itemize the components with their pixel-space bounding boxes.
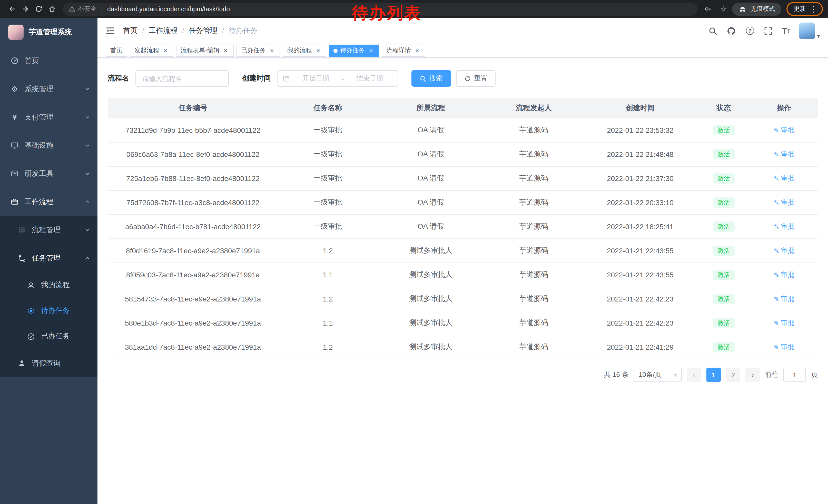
approve-link[interactable]: ✎ 审批 [774,126,794,135]
breadcrumb-item-task-mgmt[interactable]: 任务管理 [189,26,217,35]
approve-link[interactable]: ✎ 审批 [774,318,794,328]
cell-action: ✎ 审批 [750,142,818,166]
sidebar-item-process-mgmt[interactable]: 流程管理 [0,216,97,244]
status-badge: 激活 [713,222,734,232]
next-page-button[interactable]: › [745,368,760,382]
cell-task-id: 381aa1dd-7ac8-11ec-a9e2-a2380e71991a [108,335,278,359]
update-button[interactable]: 更新 ⋮ [786,2,823,16]
bookmark-star-icon[interactable]: ☆ [720,5,727,13]
chevron-down-icon [85,86,90,92]
close-icon[interactable]: × [367,47,374,54]
approve-link[interactable]: ✎ 审批 [774,246,794,255]
filter-bar: 流程名 创建时间 开始日期 - 结束日期 搜索 [108,70,818,87]
sidebar-item-todo-tasks[interactable]: 待办任务 [0,298,97,324]
sidebar-item-system[interactable]: ⚙ 系统管理 [0,75,97,103]
search-icon[interactable] [708,26,718,36]
app-logo-image [8,25,24,40]
tab-process-form-edit[interactable]: 流程表单-编辑 × [176,44,234,57]
cell-status: 激活 [697,239,750,263]
password-key-icon[interactable] [702,2,715,16]
chevron-down-icon [85,227,90,233]
approve-link[interactable]: ✎ 审批 [774,270,794,279]
help-icon[interactable]: ? [745,26,755,36]
tab-my-process[interactable]: 我的流程 × [283,44,326,57]
start-date-placeholder[interactable]: 开始日期 [293,74,339,83]
home-icon[interactable] [45,2,58,16]
approve-link[interactable]: ✎ 审批 [774,294,794,304]
check-circle-icon [27,332,35,341]
date-range-picker[interactable]: 开始日期 - 结束日期 [277,70,398,87]
status-badge: 激活 [713,173,734,184]
reload-icon[interactable] [32,2,45,16]
fullscreen-icon[interactable] [763,26,774,36]
page-button-1[interactable]: 1 [706,368,721,382]
cell-status: 激活 [697,191,750,214]
page-button-2[interactable]: 2 [726,368,740,382]
sidebar-item-home[interactable]: 首页 [0,47,97,75]
approve-link[interactable]: ✎ 审批 [774,198,794,207]
page-size-select[interactable]: 10条/页 ▾ [633,368,682,382]
close-icon[interactable]: × [315,47,322,54]
cell-action: ✎ 审批 [750,287,818,311]
sidebar: 芋道管理系统 首页 ⚙ 系统管理 ¥ 支付管理 [0,18,97,504]
security-label: 不安全 [78,5,96,13]
sidebar-item-leave-query[interactable]: 请假查询 [0,349,97,377]
cell-process-name: 测试多审批人 [378,287,484,311]
sidebar-item-workflow[interactable]: 工作流程 [0,188,97,216]
table-row: 725a1eb6-7b88-11ec-8ef0-acde48001122 一级审… [108,167,818,191]
close-icon[interactable]: × [413,47,421,54]
cell-create-time: 2022-01-22 21:37:30 [584,167,697,190]
search-button[interactable]: 搜索 [411,70,451,87]
breadcrumb-item-workflow[interactable]: 工作流程 [149,26,177,35]
table-row: a6aba0a4-7b6d-11ec-b781-acde48001122 一级审… [108,215,818,239]
close-icon[interactable]: × [222,47,229,54]
sidebar-item-done-tasks[interactable]: 已办任务 [0,324,97,349]
pencil-icon: ✎ [774,199,780,207]
table-row: 580e1b3d-7ac8-11ec-a9e2-a2380e71991a 1.1… [108,311,818,335]
browser-menu-icon[interactable]: ⋮ [810,5,817,13]
back-icon[interactable] [5,2,18,16]
toolbox-icon [10,169,19,178]
tab-done-tasks[interactable]: 已办任务 × [237,44,280,57]
url-text: dashboard.yudao.iocoder.cn/bpm/task/todo [107,5,230,12]
goto-page-input[interactable] [783,368,806,382]
process-name-input[interactable] [142,75,222,82]
cell-create-time: 2022-01-21 22:43:55 [584,263,697,287]
cell-create-time: 2022-01-22 18:25:41 [584,215,697,238]
sidebar-item-payment[interactable]: ¥ 支付管理 [0,103,97,131]
close-icon[interactable]: × [268,47,276,54]
font-size-icon[interactable]: TT [782,27,791,35]
reset-button[interactable]: 重置 [456,70,496,87]
user-menu[interactable]: ▾ [799,22,820,39]
approve-link[interactable]: ✎ 审批 [774,342,794,352]
sidebar-fold-icon[interactable] [106,26,115,35]
avatar[interactable] [799,22,815,39]
tab-process-detail[interactable]: 流程详情 × [382,44,425,57]
close-icon[interactable]: × [162,47,169,54]
incognito-icon [738,6,747,12]
sidebar-item-devtools[interactable]: 研发工具 [0,159,97,188]
tab-todo-tasks[interactable]: 待办任务 × [329,44,379,57]
approve-link[interactable]: ✎ 审批 [774,174,794,183]
github-icon[interactable] [727,26,737,36]
monitor-icon [10,141,19,150]
end-date-placeholder[interactable]: 结束日期 [347,74,392,83]
approve-link[interactable]: ✎ 审批 [774,150,794,159]
sidebar-item-infrastructure[interactable]: 基础设施 [0,131,97,159]
cell-task-name: 1.2 [278,239,378,263]
sidebar-item-task-mgmt[interactable]: 任务管理 [0,244,97,272]
sidebar-item-my-process[interactable]: 我的流程 [0,272,97,298]
cell-create-time: 2022-01-21 22:41:29 [584,335,697,359]
breadcrumb-item-current: 待办任务 [229,26,257,35]
forward-icon[interactable] [18,2,32,16]
tab-start-process[interactable]: 发起流程 × [130,44,173,57]
tab-home[interactable]: 首页 [106,44,127,57]
warning-icon [69,6,75,12]
yen-icon: ¥ [10,113,19,122]
security-status[interactable]: 不安全 [69,5,96,13]
approve-link[interactable]: ✎ 审批 [774,222,794,231]
chevron-down-icon: ▾ [674,372,677,378]
breadcrumb-item-home[interactable]: 首页 [123,26,137,35]
prev-page-button[interactable]: ‹ [687,368,701,382]
breadcrumb-separator: / [222,27,224,35]
